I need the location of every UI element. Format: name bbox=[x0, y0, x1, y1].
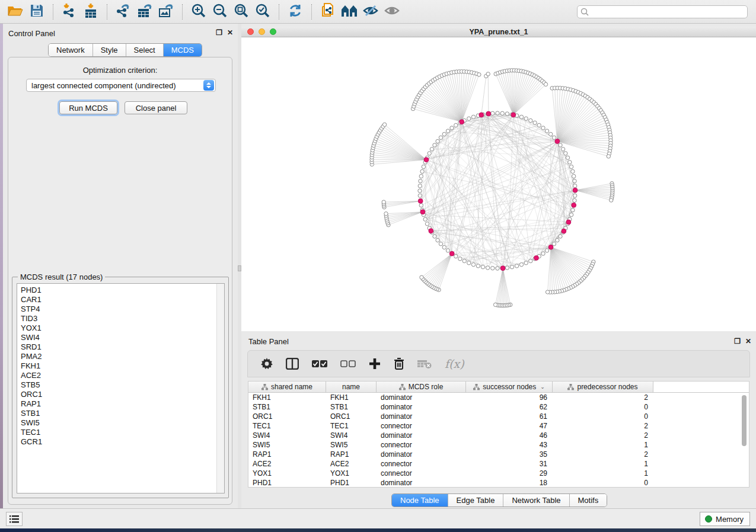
deselect-all-button[interactable] bbox=[340, 360, 356, 368]
new-network-from-selection-button[interactable] bbox=[317, 2, 339, 21]
mcds-result-item[interactable]: SRD1 bbox=[17, 342, 224, 352]
column-label: shared name bbox=[271, 383, 312, 391]
column-header-MCDS-role[interactable]: MCDS role bbox=[377, 382, 466, 392]
column-type-icon bbox=[567, 384, 574, 390]
mcds-result-item[interactable]: STB1 bbox=[17, 409, 224, 418]
table-toolbar: f(x) bbox=[247, 350, 750, 377]
column-header-shared-name[interactable]: shared name bbox=[248, 382, 326, 392]
search-icon bbox=[580, 8, 589, 16]
import-network-icon bbox=[62, 3, 77, 20]
table-row[interactable]: PHD1PHD1dominator180 bbox=[248, 478, 749, 488]
tab-node-table[interactable]: Node Table bbox=[392, 494, 448, 507]
table-cell: ACE2 bbox=[248, 459, 326, 469]
save-session-button[interactable] bbox=[26, 2, 47, 21]
hide-selected-button[interactable] bbox=[360, 2, 381, 21]
table-cell: 47 bbox=[466, 421, 553, 431]
mcds-result-item[interactable]: GCR1 bbox=[17, 437, 224, 447]
table-row[interactable]: SWI5SWI5connector431 bbox=[248, 440, 749, 450]
table-row[interactable]: STB1STB1dominator620 bbox=[248, 402, 749, 412]
zoom-out-button[interactable] bbox=[209, 2, 231, 21]
table-cell: 31 bbox=[466, 459, 553, 469]
search-input[interactable] bbox=[577, 5, 748, 18]
mcds-result-item[interactable]: PHD1 bbox=[17, 286, 224, 295]
delete-column-button[interactable] bbox=[394, 358, 404, 370]
mcds-result-item[interactable]: TID3 bbox=[17, 314, 224, 323]
tab-motifs[interactable]: Motifs bbox=[570, 494, 607, 507]
zoom-in-button[interactable] bbox=[188, 2, 209, 21]
export-network-icon bbox=[115, 3, 132, 20]
import-network-button[interactable] bbox=[59, 2, 80, 21]
checked-boxes-icon bbox=[312, 360, 327, 368]
table-row[interactable]: FKH1FKH1dominator962 bbox=[248, 393, 749, 402]
table-cell: 29 bbox=[466, 469, 553, 478]
network-canvas[interactable] bbox=[241, 37, 756, 331]
mcds-result-item[interactable]: PMA2 bbox=[17, 352, 224, 361]
scrollbar-thumb[interactable] bbox=[742, 395, 747, 446]
mcds-result-item[interactable]: FKH1 bbox=[17, 361, 224, 371]
task-history-button[interactable] bbox=[6, 512, 23, 526]
result-list-scrollbar[interactable] bbox=[216, 284, 224, 493]
mcds-result-list[interactable]: PHD1CAR1STP4TID3YOX1SWI4SRD1PMA2FKH1ACE2… bbox=[17, 283, 225, 493]
mcds-result-item[interactable]: YOX1 bbox=[17, 323, 224, 333]
zoom-selected-button[interactable] bbox=[252, 2, 273, 21]
zoom-fit-button[interactable] bbox=[231, 2, 252, 21]
close-panel-button[interactable]: Close panel bbox=[125, 101, 187, 114]
open-file-button[interactable] bbox=[5, 2, 26, 21]
mcds-result-item[interactable]: STB5 bbox=[17, 380, 224, 390]
table-cell: TEC1 bbox=[326, 421, 377, 431]
table-row[interactable]: SWI4SWI4dominator462 bbox=[248, 431, 749, 440]
tab-mcds[interactable]: MCDS bbox=[164, 44, 202, 56]
mcds-result-item[interactable]: STP4 bbox=[17, 305, 224, 314]
table-cell: STB1 bbox=[326, 402, 377, 412]
mcds-result-item[interactable]: CAR1 bbox=[17, 295, 224, 305]
table-row[interactable]: ORC1ORC1dominator610 bbox=[248, 412, 749, 421]
tab-style[interactable]: Style bbox=[93, 44, 126, 56]
mcds-result-item[interactable]: SWI4 bbox=[17, 333, 224, 342]
memory-button[interactable]: Memory bbox=[700, 512, 750, 526]
export-table-button[interactable] bbox=[134, 2, 155, 21]
float-table-panel-icon[interactable]: ❐ bbox=[734, 337, 741, 345]
export-image-button[interactable] bbox=[155, 2, 177, 21]
first-neighbors-button[interactable] bbox=[339, 2, 360, 21]
delete-table-button[interactable] bbox=[417, 358, 432, 369]
gear-icon bbox=[261, 358, 273, 370]
mcds-result-item[interactable]: ACE2 bbox=[17, 371, 224, 380]
apply-layout-button[interactable] bbox=[285, 2, 306, 21]
show-column-button[interactable] bbox=[286, 358, 299, 370]
tab-network-table[interactable]: Network Table bbox=[503, 494, 569, 507]
optimization-criterion-select[interactable]: largest connected component (undirected) bbox=[26, 79, 216, 92]
column-header-name[interactable]: name bbox=[326, 382, 377, 392]
tab-network[interactable]: Network bbox=[49, 44, 93, 56]
table-cell: PHD1 bbox=[248, 478, 326, 488]
run-mcds-button[interactable]: Run MCDS bbox=[59, 101, 117, 114]
table-row[interactable]: RAP1RAP1dominator352 bbox=[248, 450, 749, 459]
control-panel: Control Panel ❐ ✕ NetworkStyleSelectMCDS… bbox=[3, 24, 238, 508]
table-scrollbar[interactable] bbox=[740, 393, 748, 487]
show-all-icon bbox=[384, 4, 400, 20]
mcds-result-item[interactable]: SWI5 bbox=[17, 418, 224, 428]
mcds-result-item[interactable]: TEC1 bbox=[17, 428, 224, 437]
table-row[interactable]: YOX1YOX1connector291 bbox=[248, 469, 749, 478]
toolbar-separator bbox=[279, 4, 279, 20]
mcds-result-item[interactable]: RAP1 bbox=[17, 399, 224, 409]
column-header-predecessor-nodes[interactable]: predecessor nodes bbox=[553, 382, 653, 392]
tab-select[interactable]: Select bbox=[126, 44, 164, 56]
create-column-button[interactable] bbox=[369, 358, 381, 370]
column-header-successor-nodes[interactable]: successor nodes⌄ bbox=[466, 382, 553, 392]
import-table-button[interactable] bbox=[80, 2, 101, 21]
import-table-icon bbox=[83, 3, 98, 20]
table-row[interactable]: ACE2ACE2connector311 bbox=[248, 459, 749, 469]
select-all-button[interactable] bbox=[312, 360, 327, 368]
show-all-button[interactable] bbox=[381, 2, 403, 21]
tab-edge-table[interactable]: Edge Table bbox=[448, 494, 504, 507]
mcds-result-item[interactable]: ORC1 bbox=[17, 390, 224, 399]
export-network-button[interactable] bbox=[113, 2, 134, 21]
function-builder-button[interactable]: f(x) bbox=[445, 357, 464, 370]
table-row[interactable]: TEC1TEC1connector472 bbox=[248, 421, 749, 431]
close-table-panel-icon[interactable]: ✕ bbox=[745, 337, 751, 345]
close-panel-icon[interactable]: ✕ bbox=[227, 28, 233, 37]
table-cell: STB1 bbox=[248, 402, 326, 412]
float-panel-icon[interactable]: ❐ bbox=[216, 28, 222, 37]
table-mode-button[interactable] bbox=[261, 358, 273, 370]
node-table-rows: FKH1FKH1dominator962STB1STB1dominator620… bbox=[248, 393, 749, 488]
